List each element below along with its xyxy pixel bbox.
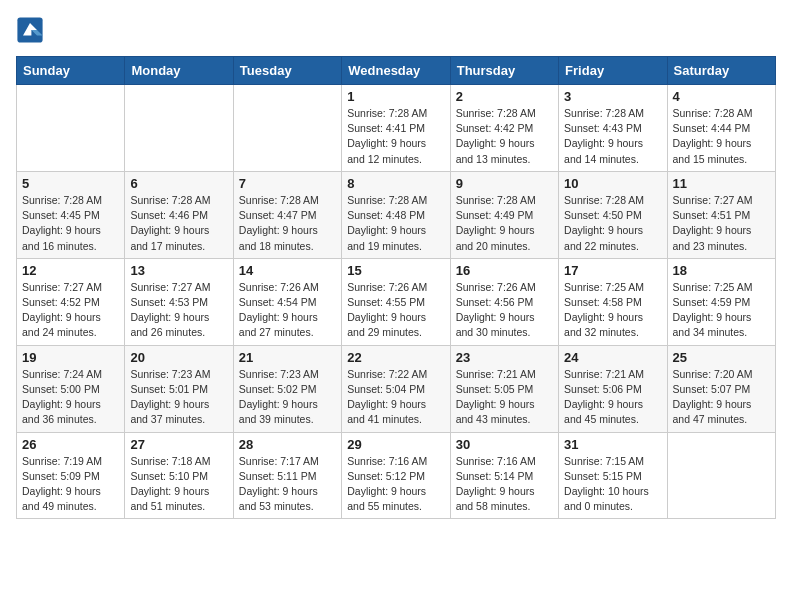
day-number: 10	[564, 176, 661, 191]
day-info: Sunrise: 7:24 AM Sunset: 5:00 PM Dayligh…	[22, 367, 119, 428]
day-info: Sunrise: 7:22 AM Sunset: 5:04 PM Dayligh…	[347, 367, 444, 428]
calendar-day-cell: 13 Sunrise: 7:27 AM Sunset: 4:53 PM Dayl…	[125, 258, 233, 345]
weekday-header-cell: Monday	[125, 57, 233, 85]
logo	[16, 16, 48, 44]
calendar-day-cell: 1 Sunrise: 7:28 AM Sunset: 4:41 PM Dayli…	[342, 85, 450, 172]
day-info: Sunrise: 7:28 AM Sunset: 4:42 PM Dayligh…	[456, 106, 553, 167]
weekday-header-cell: Tuesday	[233, 57, 341, 85]
day-number: 8	[347, 176, 444, 191]
calendar-day-cell: 31 Sunrise: 7:15 AM Sunset: 5:15 PM Dayl…	[559, 432, 667, 519]
day-number: 24	[564, 350, 661, 365]
day-info: Sunrise: 7:28 AM Sunset: 4:49 PM Dayligh…	[456, 193, 553, 254]
day-info: Sunrise: 7:28 AM Sunset: 4:44 PM Dayligh…	[673, 106, 770, 167]
calendar-day-cell: 4 Sunrise: 7:28 AM Sunset: 4:44 PM Dayli…	[667, 85, 775, 172]
day-info: Sunrise: 7:26 AM Sunset: 4:54 PM Dayligh…	[239, 280, 336, 341]
day-number: 9	[456, 176, 553, 191]
day-info: Sunrise: 7:21 AM Sunset: 5:06 PM Dayligh…	[564, 367, 661, 428]
calendar-day-cell: 7 Sunrise: 7:28 AM Sunset: 4:47 PM Dayli…	[233, 171, 341, 258]
calendar-day-cell: 9 Sunrise: 7:28 AM Sunset: 4:49 PM Dayli…	[450, 171, 558, 258]
calendar-day-cell: 21 Sunrise: 7:23 AM Sunset: 5:02 PM Dayl…	[233, 345, 341, 432]
day-info: Sunrise: 7:25 AM Sunset: 4:59 PM Dayligh…	[673, 280, 770, 341]
day-info: Sunrise: 7:23 AM Sunset: 5:02 PM Dayligh…	[239, 367, 336, 428]
day-info: Sunrise: 7:19 AM Sunset: 5:09 PM Dayligh…	[22, 454, 119, 515]
day-number: 27	[130, 437, 227, 452]
day-number: 2	[456, 89, 553, 104]
day-number: 17	[564, 263, 661, 278]
calendar-day-cell: 14 Sunrise: 7:26 AM Sunset: 4:54 PM Dayl…	[233, 258, 341, 345]
day-number: 18	[673, 263, 770, 278]
calendar-day-cell: 12 Sunrise: 7:27 AM Sunset: 4:52 PM Dayl…	[17, 258, 125, 345]
calendar-day-cell: 5 Sunrise: 7:28 AM Sunset: 4:45 PM Dayli…	[17, 171, 125, 258]
day-number: 20	[130, 350, 227, 365]
day-info: Sunrise: 7:20 AM Sunset: 5:07 PM Dayligh…	[673, 367, 770, 428]
calendar-week-row: 26 Sunrise: 7:19 AM Sunset: 5:09 PM Dayl…	[17, 432, 776, 519]
day-number: 15	[347, 263, 444, 278]
calendar-day-cell: 30 Sunrise: 7:16 AM Sunset: 5:14 PM Dayl…	[450, 432, 558, 519]
day-info: Sunrise: 7:26 AM Sunset: 4:56 PM Dayligh…	[456, 280, 553, 341]
day-info: Sunrise: 7:28 AM Sunset: 4:47 PM Dayligh…	[239, 193, 336, 254]
day-info: Sunrise: 7:28 AM Sunset: 4:48 PM Dayligh…	[347, 193, 444, 254]
day-number: 23	[456, 350, 553, 365]
day-info: Sunrise: 7:17 AM Sunset: 5:11 PM Dayligh…	[239, 454, 336, 515]
day-info: Sunrise: 7:28 AM Sunset: 4:45 PM Dayligh…	[22, 193, 119, 254]
calendar-day-cell	[125, 85, 233, 172]
day-info: Sunrise: 7:28 AM Sunset: 4:41 PM Dayligh…	[347, 106, 444, 167]
calendar-day-cell: 26 Sunrise: 7:19 AM Sunset: 5:09 PM Dayl…	[17, 432, 125, 519]
day-info: Sunrise: 7:27 AM Sunset: 4:53 PM Dayligh…	[130, 280, 227, 341]
weekday-header-cell: Sunday	[17, 57, 125, 85]
day-number: 16	[456, 263, 553, 278]
calendar-day-cell: 10 Sunrise: 7:28 AM Sunset: 4:50 PM Dayl…	[559, 171, 667, 258]
day-number: 28	[239, 437, 336, 452]
calendar-day-cell: 2 Sunrise: 7:28 AM Sunset: 4:42 PM Dayli…	[450, 85, 558, 172]
calendar-day-cell: 22 Sunrise: 7:22 AM Sunset: 5:04 PM Dayl…	[342, 345, 450, 432]
day-info: Sunrise: 7:18 AM Sunset: 5:10 PM Dayligh…	[130, 454, 227, 515]
day-number: 1	[347, 89, 444, 104]
calendar-day-cell: 11 Sunrise: 7:27 AM Sunset: 4:51 PM Dayl…	[667, 171, 775, 258]
calendar-table: SundayMondayTuesdayWednesdayThursdayFrid…	[16, 56, 776, 519]
day-info: Sunrise: 7:25 AM Sunset: 4:58 PM Dayligh…	[564, 280, 661, 341]
calendar-day-cell: 8 Sunrise: 7:28 AM Sunset: 4:48 PM Dayli…	[342, 171, 450, 258]
day-info: Sunrise: 7:27 AM Sunset: 4:51 PM Dayligh…	[673, 193, 770, 254]
calendar-day-cell: 25 Sunrise: 7:20 AM Sunset: 5:07 PM Dayl…	[667, 345, 775, 432]
calendar-day-cell: 3 Sunrise: 7:28 AM Sunset: 4:43 PM Dayli…	[559, 85, 667, 172]
day-number: 29	[347, 437, 444, 452]
logo-icon	[16, 16, 44, 44]
day-info: Sunrise: 7:28 AM Sunset: 4:50 PM Dayligh…	[564, 193, 661, 254]
day-info: Sunrise: 7:28 AM Sunset: 4:43 PM Dayligh…	[564, 106, 661, 167]
calendar-day-cell: 6 Sunrise: 7:28 AM Sunset: 4:46 PM Dayli…	[125, 171, 233, 258]
day-number: 6	[130, 176, 227, 191]
calendar-day-cell: 18 Sunrise: 7:25 AM Sunset: 4:59 PM Dayl…	[667, 258, 775, 345]
weekday-header-row: SundayMondayTuesdayWednesdayThursdayFrid…	[17, 57, 776, 85]
day-number: 19	[22, 350, 119, 365]
calendar-day-cell: 23 Sunrise: 7:21 AM Sunset: 5:05 PM Dayl…	[450, 345, 558, 432]
day-number: 5	[22, 176, 119, 191]
weekday-header-cell: Wednesday	[342, 57, 450, 85]
calendar-week-row: 5 Sunrise: 7:28 AM Sunset: 4:45 PM Dayli…	[17, 171, 776, 258]
day-info: Sunrise: 7:15 AM Sunset: 5:15 PM Dayligh…	[564, 454, 661, 515]
calendar-day-cell: 17 Sunrise: 7:25 AM Sunset: 4:58 PM Dayl…	[559, 258, 667, 345]
day-number: 25	[673, 350, 770, 365]
calendar-day-cell: 19 Sunrise: 7:24 AM Sunset: 5:00 PM Dayl…	[17, 345, 125, 432]
day-info: Sunrise: 7:16 AM Sunset: 5:12 PM Dayligh…	[347, 454, 444, 515]
day-number: 3	[564, 89, 661, 104]
calendar-week-row: 19 Sunrise: 7:24 AM Sunset: 5:00 PM Dayl…	[17, 345, 776, 432]
day-number: 7	[239, 176, 336, 191]
calendar-day-cell	[233, 85, 341, 172]
calendar-day-cell: 16 Sunrise: 7:26 AM Sunset: 4:56 PM Dayl…	[450, 258, 558, 345]
calendar-day-cell: 27 Sunrise: 7:18 AM Sunset: 5:10 PM Dayl…	[125, 432, 233, 519]
calendar-day-cell: 28 Sunrise: 7:17 AM Sunset: 5:11 PM Dayl…	[233, 432, 341, 519]
day-info: Sunrise: 7:28 AM Sunset: 4:46 PM Dayligh…	[130, 193, 227, 254]
calendar-day-cell: 29 Sunrise: 7:16 AM Sunset: 5:12 PM Dayl…	[342, 432, 450, 519]
day-info: Sunrise: 7:26 AM Sunset: 4:55 PM Dayligh…	[347, 280, 444, 341]
day-info: Sunrise: 7:21 AM Sunset: 5:05 PM Dayligh…	[456, 367, 553, 428]
calendar-week-row: 12 Sunrise: 7:27 AM Sunset: 4:52 PM Dayl…	[17, 258, 776, 345]
day-number: 21	[239, 350, 336, 365]
day-info: Sunrise: 7:27 AM Sunset: 4:52 PM Dayligh…	[22, 280, 119, 341]
day-number: 22	[347, 350, 444, 365]
calendar-week-row: 1 Sunrise: 7:28 AM Sunset: 4:41 PM Dayli…	[17, 85, 776, 172]
page-header	[16, 16, 776, 44]
day-info: Sunrise: 7:16 AM Sunset: 5:14 PM Dayligh…	[456, 454, 553, 515]
day-number: 14	[239, 263, 336, 278]
calendar-day-cell: 20 Sunrise: 7:23 AM Sunset: 5:01 PM Dayl…	[125, 345, 233, 432]
calendar-day-cell: 15 Sunrise: 7:26 AM Sunset: 4:55 PM Dayl…	[342, 258, 450, 345]
